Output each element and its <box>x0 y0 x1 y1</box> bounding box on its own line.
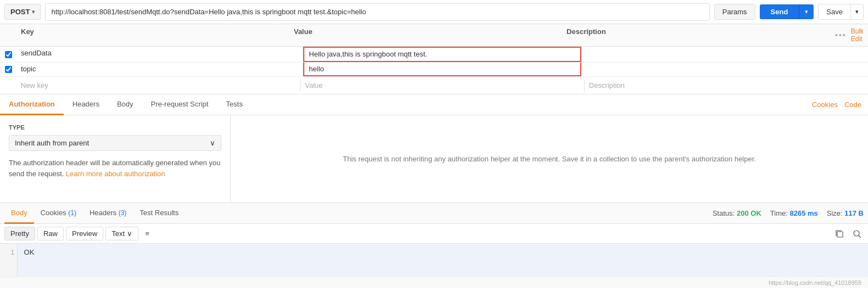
time-label: Time: 8265 ms <box>770 209 818 217</box>
cookies-link[interactable]: Cookies <box>812 100 838 109</box>
tab-tests-label: Tests <box>226 100 242 108</box>
row1-desc <box>581 47 868 62</box>
copy-icon[interactable] <box>833 227 846 240</box>
response-tab-headers-badge: (3) <box>119 209 127 217</box>
auth-description: The authorization header will be automat… <box>9 158 221 179</box>
params-header: Key Value Description ••• Bulk Edit <box>0 24 868 47</box>
pretty-button[interactable]: Pretty <box>4 227 35 240</box>
response-status-area: Status: 200 OK Time: 8265 ms Size: 117 B <box>713 209 864 217</box>
new-desc-placeholder[interactable]: Description <box>584 79 868 92</box>
save-group: Save ▾ <box>818 4 864 20</box>
method-select[interactable]: POST ▾ <box>4 4 41 20</box>
response-tab-headers[interactable]: Headers (3) <box>83 203 133 224</box>
row2-key: topic <box>16 63 303 76</box>
tab-headers[interactable]: Headers <box>64 94 108 115</box>
row2-key-text: topic <box>21 65 36 73</box>
line-numbers: 1 <box>0 244 18 277</box>
response-tab-test-results[interactable]: Test Results <box>133 203 185 224</box>
response-ok-text: OK <box>24 248 35 256</box>
tab-body-label: Body <box>117 100 133 108</box>
status-label: Status: 200 OK <box>713 209 761 217</box>
tab-pre-request[interactable]: Pre-request Script <box>142 94 218 115</box>
raw-button[interactable]: Raw <box>37 227 64 240</box>
new-row: New key Value Description <box>0 77 868 94</box>
url-input[interactable] <box>45 3 709 21</box>
response-tab-headers-label: Headers <box>90 209 116 217</box>
row2-desc <box>581 63 868 76</box>
send-button[interactable]: Send <box>760 4 799 19</box>
row2-value-redbox: hello <box>303 63 581 76</box>
auth-type-chevron-icon: ∨ <box>210 139 215 147</box>
svg-rect-0 <box>837 232 843 237</box>
send-group: Send ▾ <box>760 4 814 19</box>
auth-right-panel: This request is not inheriting any autho… <box>231 115 868 203</box>
params-button[interactable]: Params <box>714 4 755 20</box>
line-number-1: 1 <box>10 248 14 256</box>
new-check <box>0 79 16 92</box>
auth-type-select[interactable]: Inherit auth from parent ∨ <box>9 135 221 151</box>
row1-value-col: Hello java,this is springboot mqtt test. <box>303 47 581 62</box>
svg-point-1 <box>854 231 859 236</box>
save-dropdown-button[interactable]: ▾ <box>850 4 864 20</box>
size-label: Size: 117 B <box>827 209 864 217</box>
tab-authorization-label: Authorization <box>9 100 55 108</box>
key-col-header: Key <box>16 27 290 43</box>
tab-tests[interactable]: Tests <box>217 94 251 115</box>
tab-pre-request-label: Pre-request Script <box>151 100 209 108</box>
code-link[interactable]: Code <box>844 100 861 109</box>
auth-type-label: TYPE <box>9 124 221 131</box>
tab-body[interactable]: Body <box>108 94 142 115</box>
value-col-header: Value <box>290 27 563 43</box>
svg-line-2 <box>859 235 861 238</box>
response-icons <box>833 227 864 240</box>
text-format-chevron-icon: ∨ <box>127 229 132 238</box>
desc-col-header: Description <box>562 27 835 43</box>
response-toolbar: Pretty Raw Preview Text ∨ ≡ <box>0 224 868 244</box>
response-text: OK <box>18 244 868 277</box>
response-tab-body[interactable]: Body <box>4 203 34 224</box>
time-value: 8265 ms <box>789 209 817 217</box>
response-tab-test-results-label: Test Results <box>140 209 179 217</box>
text-format-dropdown[interactable]: Text ∨ <box>105 227 138 240</box>
response-tab-body-label: Body <box>11 209 27 217</box>
response-tabs-row: Body Cookies (1) Headers (3) Test Result… <box>0 203 868 224</box>
response-tab-cookies-badge: (1) <box>68 209 76 217</box>
check-col-header <box>0 27 16 43</box>
size-value: 117 B <box>844 209 864 217</box>
request-tabs-row: Authorization Headers Body Pre-request S… <box>0 94 868 115</box>
footer: https://blog.csdn.net/qq_41018959 <box>0 277 868 288</box>
save-button[interactable]: Save <box>818 4 850 20</box>
text-format-label: Text <box>112 229 125 238</box>
preview-button[interactable]: Preview <box>66 227 103 240</box>
bulk-edit-button[interactable]: Bulk Edit <box>851 27 868 43</box>
auth-learn-more-link[interactable]: Learn more about authorization <box>66 170 165 178</box>
row2-value-col: hello <box>303 63 581 76</box>
row1-value-text: Hello java,this is springboot mqtt test. <box>309 50 427 58</box>
new-value-placeholder[interactable]: Value <box>300 79 584 92</box>
wrap-icon[interactable]: ≡ <box>141 227 154 240</box>
row1-key-text: sendData <box>21 49 52 57</box>
actions-col-header: ••• Bulk Edit <box>835 27 868 43</box>
tab-headers-label: Headers <box>73 100 99 108</box>
footer-link[interactable]: https://blog.csdn.net/qq_41018959 <box>769 279 861 286</box>
row2-checkbox[interactable] <box>5 66 12 73</box>
response-content-area: 1 OK <box>0 244 868 277</box>
row1-key: sendData <box>16 47 303 62</box>
top-bar: POST ▾ Params Send ▾ Save ▾ <box>0 0 868 24</box>
row1-check[interactable] <box>0 47 16 62</box>
status-value: 200 OK <box>737 209 761 217</box>
table-row: sendData Hello java,this is springboot m… <box>0 47 868 63</box>
new-key-placeholder[interactable]: New key <box>16 79 300 92</box>
send-dropdown-button[interactable]: ▾ <box>799 4 814 19</box>
row1-value-redbox: Hello java,this is springboot mqtt test. <box>303 47 581 62</box>
search-icon[interactable] <box>850 227 864 240</box>
method-chevron-icon: ▾ <box>32 9 35 15</box>
response-tab-cookies[interactable]: Cookies (1) <box>34 203 83 224</box>
auth-left-panel: TYPE Inherit auth from parent ∨ The auth… <box>0 115 231 203</box>
row2-check[interactable] <box>0 63 16 76</box>
tabs-right: Cookies Code <box>812 100 868 109</box>
tab-authorization[interactable]: Authorization <box>0 94 64 115</box>
dots-icon[interactable]: ••• <box>835 31 847 40</box>
auth-right-message: This request is not inheriting any autho… <box>343 155 756 163</box>
row1-checkbox[interactable] <box>5 51 12 58</box>
